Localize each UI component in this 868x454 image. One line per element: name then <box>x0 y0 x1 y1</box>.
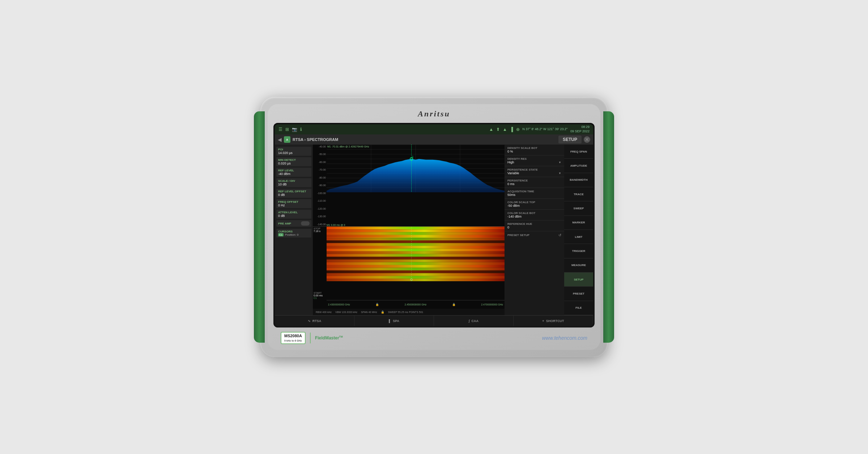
setup-button[interactable]: SETUP <box>564 273 593 287</box>
waterfall-bottom: 2.4300000000 GHz 🔒 2.4500000000 GHz 🔒 2.… <box>327 300 505 309</box>
svg-rect-27 <box>327 254 505 257</box>
density-scale-bot-item[interactable]: DENSITY SCALE BOT 0 % <box>505 145 564 155</box>
svg-rect-29 <box>327 259 505 262</box>
measure-button[interactable]: MEASURE <box>564 258 593 273</box>
setup-title: SETUP <box>558 136 582 144</box>
preset-setup-item[interactable]: PRESET SETUP ↺ <box>505 231 564 239</box>
marker-button[interactable]: MARKER <box>564 216 593 230</box>
svg-rect-26 <box>327 251 505 254</box>
camera-icon[interactable]: 📷 <box>292 127 297 132</box>
color-scale-top-value: -50 dBm <box>507 204 561 207</box>
limit-button[interactable]: LIMIT <box>564 230 593 244</box>
device-body: Anritsu ☰ ⊞ 📷 ℹ ▲ ⬆ ▲ ▐ ⊕ N 37° 8' 48.2"… <box>260 97 608 357</box>
density-res-value: High ▼ <box>507 160 561 164</box>
preset-reset-icon[interactable]: ↺ <box>558 233 561 237</box>
breadcrumb: RTSA › SPECTROGRAM <box>293 137 338 142</box>
svg-rect-24 <box>327 246 505 249</box>
sweep-label: SWEEP 55.25 ms POINTS 501 <box>388 311 424 313</box>
caa-icon: ∫ <box>469 319 469 323</box>
waterfall-svg <box>327 227 505 281</box>
info-icon[interactable]: ℹ <box>300 127 302 132</box>
svg-rect-36 <box>327 278 505 281</box>
wifi-icon: ▲ <box>503 127 507 132</box>
freq-offset-value: 0 Hz <box>278 204 310 207</box>
svg-rect-34 <box>327 273 505 276</box>
ref-level-value: -40 dBm <box>278 172 310 176</box>
persistence-state-item[interactable]: PERSISTENCE STATE Variable ▼ <box>505 166 564 177</box>
cursors-label: CURSORS <box>278 230 310 233</box>
svg-rect-39 <box>327 239 505 239</box>
lock-icon3: 🔒 <box>381 310 384 314</box>
freq-center: 2.4500000000 GHz <box>405 303 427 306</box>
amplitude-button[interactable]: AMPLITUDE <box>564 159 593 173</box>
field-master-brand: FieldMasterTM <box>315 335 343 340</box>
spa-icon: ▌ <box>389 319 391 323</box>
sweep-button[interactable]: SWEEP <box>564 201 593 215</box>
scale-div-measurement[interactable]: SCALE / DIV 10 dB <box>276 178 311 187</box>
trigger-button[interactable]: TRIGGER <box>564 244 593 258</box>
density-res-label: DENSITY RES <box>507 157 561 160</box>
span-label: SPAN 40 MHz <box>361 311 377 313</box>
trace-button[interactable]: TRACE <box>564 187 593 201</box>
poi-measurement[interactable]: POI 14.020 µs <box>276 147 311 156</box>
reference-hue-value: 0 <box>507 226 561 229</box>
brand-name: Anritsu <box>273 108 595 120</box>
device-info-bar: MS2080A 9 kHz to 6 GHz FieldMasterTM www… <box>273 330 595 346</box>
setup-close-button[interactable]: ✕ <box>584 136 590 143</box>
persistence-item[interactable]: PERSISTENCE 0 ms <box>505 177 564 188</box>
density-res-arrow[interactable]: ▼ <box>558 161 561 164</box>
model-badge: MS2080A 9 kHz to 6 GHz <box>281 332 306 344</box>
time-display: 08:29 09 SEP 2022 <box>570 125 590 133</box>
left-sidebar: POI 14.020 µs MIN DETECT 0.020 µs REF LE… <box>275 145 313 315</box>
tab-shortcut[interactable]: + SHORTCUT <box>514 316 593 326</box>
color-scale-bot-item[interactable]: COLOR SCALE BOT -140 dBm <box>505 210 564 220</box>
reference-hue-item[interactable]: REFERENCE HUE 0 <box>505 220 564 231</box>
menu-icon[interactable]: ☰ <box>278 127 282 132</box>
bottom-info-bar: RBW 400 kHz VBW 133.3333 kHz SPAN 40 MHz… <box>313 309 505 315</box>
file-button[interactable]: FILE <box>564 301 593 315</box>
waterfall-y-axis: STOP 7.16 s START 0.00 ms C1 <box>313 227 327 300</box>
screen-bezel: ☰ ⊞ 📷 ℹ ▲ ⬆ ▲ ▐ ⊕ N 37° 8' 48.2" W 121° … <box>273 123 595 327</box>
bottom-label-left: M1 0.00 ms @ 0 <box>327 224 345 226</box>
waterfall-chart: STOP 7.16 s START 0.00 ms C1 <box>313 227 505 309</box>
color-scale-bot-value: -140 dBm <box>507 215 561 218</box>
ref-level-offset-measurement[interactable]: REF LEVEL OFFSET 0 dB <box>276 189 311 198</box>
poi-value: 14.020 µs <box>278 151 310 155</box>
ref-level-measurement[interactable]: REF LEVEL -40 dBm <box>276 168 311 177</box>
svg-rect-37 <box>327 227 505 227</box>
density-res-item[interactable]: DENSITY RES High ▼ <box>505 155 564 166</box>
chart-area: M1 -70.31 dBm @ 2.439276449 GHz -40.00 -… <box>313 145 505 315</box>
persistence-state-arrow[interactable]: ▼ <box>558 172 561 175</box>
tab-bar: ∿ RTSA ▌ SPA ∫ CAA + SHORTCUT <box>275 315 593 326</box>
ref-level-label: REF LEVEL <box>278 169 310 172</box>
svg-rect-22 <box>327 240 505 243</box>
tab-rtsa[interactable]: ∿ RTSA <box>275 316 354 326</box>
spectrum-chart: M1 -70.31 dBm @ 2.439276449 GHz -40.00 -… <box>313 145 505 227</box>
tab-caa[interactable]: ∫ CAA <box>434 316 514 326</box>
min-detect-measurement[interactable]: MIN DETECT 0.020 µs <box>276 157 311 166</box>
svg-text:1: 1 <box>412 155 414 158</box>
svg-rect-25 <box>327 248 505 251</box>
atten-level-value: 0 dB <box>278 214 310 218</box>
svg-rect-23 <box>327 243 505 246</box>
acquisition-time-item[interactable]: ACQUISITION TIME 50ms <box>505 188 564 199</box>
preset-setup-label: PRESET SETUP <box>507 234 529 237</box>
app-logo: A <box>284 136 290 143</box>
back-button[interactable]: ◀ <box>278 137 282 142</box>
density-scale-bot-value: 0 % <box>507 150 561 153</box>
tab-spa[interactable]: ▌ SPA <box>354 316 434 326</box>
pre-amp-toggle[interactable] <box>301 221 310 226</box>
persistence-label: PERSISTENCE <box>507 179 561 182</box>
freq-span-button[interactable]: FREQ SPAN <box>564 145 593 159</box>
svg-rect-28 <box>327 257 505 260</box>
pre-amp-measurement[interactable]: PRE AMP <box>276 220 311 227</box>
freq-offset-measurement[interactable]: FREQ OFFSET 0 Hz <box>276 199 311 208</box>
gps-icon: ⊕ <box>516 127 520 132</box>
grid-icon[interactable]: ⊞ <box>285 127 289 132</box>
color-scale-top-item[interactable]: COLOR SCALE TOP -50 dBm <box>505 199 564 210</box>
cursors-section: CURSORS C1 Position: 0 <box>276 229 311 237</box>
atten-level-measurement[interactable]: ATTEN LEVEL 0 dB <box>276 210 311 219</box>
bandwidth-button[interactable]: BANDWIDTH <box>564 173 593 187</box>
svg-rect-38 <box>327 233 505 233</box>
preset-button[interactable]: PRESET <box>564 287 593 301</box>
